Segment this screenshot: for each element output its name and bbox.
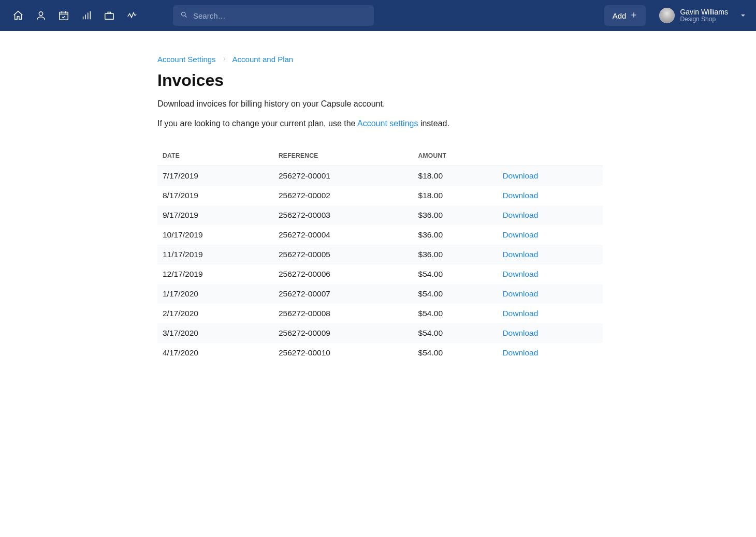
invoices-table: DATE REFERENCE AMOUNT 7/17/2019256272-00… [157, 146, 603, 363]
download-link[interactable]: Download [502, 250, 538, 259]
table-row: 11/17/2019256272-00005$36.00Download [157, 245, 603, 264]
plus-icon [630, 11, 637, 20]
page-subtitle: Download invoices for billing history on… [157, 99, 603, 109]
plan-change-text: If you are looking to change your curren… [157, 119, 603, 128]
page-content: Account Settings Account and Plan Invoic… [157, 55, 603, 363]
download-link[interactable]: Download [502, 270, 538, 278]
top-nav: Add Gavin Williams Design Shop [0, 0, 756, 31]
user-subtitle: Design Shop [680, 16, 728, 23]
cell-reference: 256272-00006 [273, 264, 413, 284]
cell-action: Download [497, 304, 603, 323]
cell-action: Download [497, 264, 603, 284]
cell-date: 3/17/2020 [157, 323, 273, 343]
table-header-row: DATE REFERENCE AMOUNT [157, 146, 603, 166]
download-link[interactable]: Download [502, 191, 538, 200]
col-action [497, 146, 603, 166]
cell-date: 10/17/2019 [157, 225, 273, 245]
user-text: Gavin Williams Design Shop [680, 8, 728, 23]
bars-icon[interactable] [81, 10, 92, 21]
cell-date: 2/17/2020 [157, 304, 273, 323]
table-row: 1/17/2020256272-00007$54.00Download [157, 284, 603, 304]
breadcrumb: Account Settings Account and Plan [157, 55, 603, 64]
cell-reference: 256272-00009 [273, 323, 413, 343]
plan-change-prefix: If you are looking to change your curren… [157, 119, 357, 128]
cell-date: 1/17/2020 [157, 284, 273, 304]
download-link[interactable]: Download [502, 289, 538, 298]
cell-amount: $36.00 [413, 205, 498, 225]
cell-action: Download [497, 166, 603, 186]
table-row: 7/17/2019256272-00001$18.00Download [157, 166, 603, 186]
col-reference: REFERENCE [273, 146, 413, 166]
user-name: Gavin Williams [680, 8, 728, 16]
add-button[interactable]: Add [604, 5, 646, 26]
download-link[interactable]: Download [502, 230, 538, 239]
cell-amount: $54.00 [413, 323, 498, 343]
cell-action: Download [497, 284, 603, 304]
cell-date: 9/17/2019 [157, 205, 273, 225]
cell-action: Download [497, 225, 603, 245]
cell-action: Download [497, 343, 603, 363]
table-row: 8/17/2019256272-00002$18.00Download [157, 186, 603, 205]
svg-rect-1 [60, 12, 68, 20]
avatar [659, 8, 675, 23]
breadcrumb-current[interactable]: Account and Plan [232, 55, 294, 64]
cell-action: Download [497, 323, 603, 343]
table-row: 10/17/2019256272-00004$36.00Download [157, 225, 603, 245]
download-link[interactable]: Download [502, 348, 538, 357]
cell-reference: 256272-00001 [273, 166, 413, 186]
briefcase-icon[interactable] [104, 10, 115, 21]
cell-amount: $54.00 [413, 264, 498, 284]
chevron-right-icon [221, 55, 227, 64]
calendar-check-icon[interactable] [58, 10, 69, 21]
cell-reference: 256272-00007 [273, 284, 413, 304]
chevron-down-icon [733, 11, 746, 20]
table-row: 12/17/2019256272-00006$54.00Download [157, 264, 603, 284]
search-icon [180, 11, 193, 20]
account-settings-link[interactable]: Account settings [357, 119, 418, 128]
activity-icon[interactable] [126, 10, 138, 21]
add-button-label: Add [613, 11, 627, 20]
download-link[interactable]: Download [502, 211, 538, 219]
breadcrumb-root[interactable]: Account Settings [157, 55, 216, 64]
table-row: 2/17/2020256272-00008$54.00Download [157, 304, 603, 323]
page-title: Invoices [157, 71, 603, 90]
svg-point-3 [182, 12, 186, 17]
cell-amount: $18.00 [413, 166, 498, 186]
table-row: 4/17/2020256272-00010$54.00Download [157, 343, 603, 363]
cell-reference: 256272-00003 [273, 205, 413, 225]
cell-action: Download [497, 245, 603, 264]
svg-point-0 [39, 12, 42, 16]
plan-change-suffix: instead. [418, 119, 449, 128]
col-date: DATE [157, 146, 273, 166]
cell-date: 8/17/2019 [157, 186, 273, 205]
cell-date: 7/17/2019 [157, 166, 273, 186]
cell-amount: $54.00 [413, 304, 498, 323]
cell-amount: $18.00 [413, 186, 498, 205]
person-icon[interactable] [35, 10, 47, 21]
cell-date: 4/17/2020 [157, 343, 273, 363]
table-row: 9/17/2019256272-00003$36.00Download [157, 205, 603, 225]
search-field[interactable] [173, 5, 374, 26]
download-link[interactable]: Download [502, 171, 538, 180]
cell-amount: $54.00 [413, 284, 498, 304]
cell-amount: $36.00 [413, 225, 498, 245]
cell-amount: $36.00 [413, 245, 498, 264]
search-input[interactable] [193, 11, 367, 20]
cell-reference: 256272-00002 [273, 186, 413, 205]
user-menu[interactable]: Gavin Williams Design Shop [659, 8, 746, 23]
cell-reference: 256272-00004 [273, 225, 413, 245]
cell-reference: 256272-00008 [273, 304, 413, 323]
cell-reference: 256272-00005 [273, 245, 413, 264]
cell-amount: $54.00 [413, 343, 498, 363]
home-icon[interactable] [12, 10, 24, 21]
search-wrap [173, 5, 374, 26]
cell-date: 11/17/2019 [157, 245, 273, 264]
cell-action: Download [497, 186, 603, 205]
cell-action: Download [497, 205, 603, 225]
svg-rect-2 [105, 13, 114, 19]
cell-reference: 256272-00010 [273, 343, 413, 363]
download-link[interactable]: Download [502, 329, 538, 337]
nav-icon-group [7, 10, 143, 21]
cell-date: 12/17/2019 [157, 264, 273, 284]
download-link[interactable]: Download [502, 309, 538, 318]
